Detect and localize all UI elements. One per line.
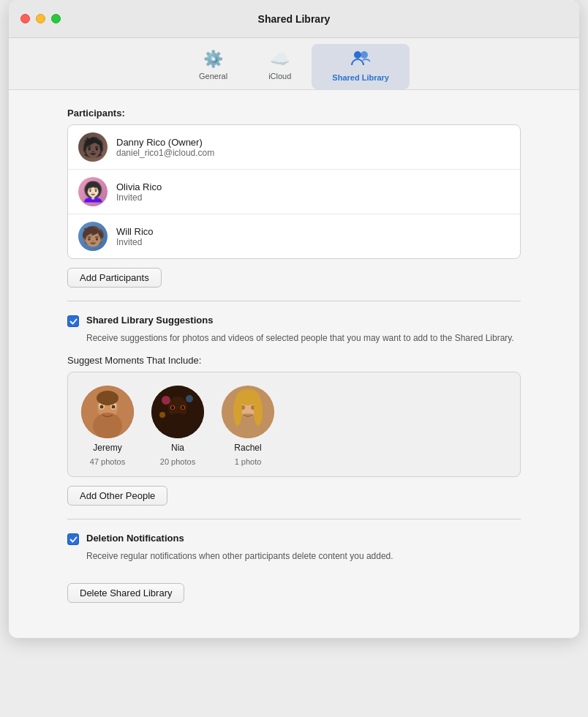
delete-shared-library-button[interactable]: Delete Shared Library [67,583,184,603]
tab-general-label: General [199,72,227,80]
participants-label: Participants: [67,108,521,119]
moment-count-rachel: 1 photo [235,457,262,466]
close-button[interactable] [20,14,30,23]
add-other-people-button[interactable]: Add Other People [67,486,167,506]
svg-point-15 [171,406,174,410]
suggestions-checkbox-row: Shared Library Suggestions [67,315,521,327]
moments-box: Jeremy 47 photos [67,372,521,477]
traffic-lights [20,14,61,23]
participant-name-danny: Danny Rico (Owner) [116,137,214,148]
toolbar: ⚙️ General ☁️ iCloud Shared Library [9,38,579,90]
avatar-jeremy [81,386,134,438]
moment-name-jeremy: Jeremy [93,443,121,453]
window-title: Shared Library [258,13,331,25]
avatar-danny: 🧑🏿 [78,132,108,162]
svg-point-7 [100,405,104,409]
participant-sub-danny: daniel_rico1@icloud.com [116,148,214,158]
divider-1 [67,301,521,301]
suggestions-label: Shared Library Suggestions [86,315,213,326]
svg-point-0 [354,51,361,59]
tab-icloud[interactable]: ☁️ iCloud [248,44,312,89]
suggestions-checkbox[interactable] [67,315,79,327]
participant-info-danny: Danny Rico (Owner) daniel_rico1@icloud.c… [116,137,214,158]
gear-icon: ⚙️ [203,50,223,69]
moment-person-jeremy[interactable]: Jeremy 47 photos [81,386,134,466]
tab-shared-library-label: Shared Library [332,73,389,82]
maximize-button[interactable] [51,14,61,23]
avatar-rachel [222,386,274,438]
deletion-checkbox[interactable] [67,533,79,545]
minimize-button[interactable] [36,14,45,23]
moment-name-rachel: Rachel [234,443,261,453]
participant-sub-olivia: Invited [116,192,162,203]
participant-info-olivia: Olivia Rico Invited [116,181,162,203]
avatar-nia [151,386,204,438]
participant-sub-will: Invited [116,237,154,247]
tab-icloud-label: iCloud [268,72,291,80]
moment-count-nia: 20 photos [160,457,195,466]
participants-list: 🧑🏿 Danny Rico (Owner) daniel_rico1@iclou… [67,124,521,259]
avatar-will: 🧒🏽 [78,222,108,251]
deletion-desc: Receive regular notifications when other… [86,549,521,563]
svg-point-16 [181,406,184,410]
main-window: Shared Library ⚙️ General ☁️ iCloud Shar… [9,0,579,638]
svg-point-18 [186,395,193,402]
participant-row-olivia: 👩🏻‍🦱 Olivia Rico Invited [68,170,520,214]
tab-general[interactable]: ⚙️ General [178,44,248,89]
deletion-label: Deletion Notifications [86,533,184,544]
titlebar: Shared Library [9,0,579,38]
suggest-moments-label: Suggest Moments That Include: [67,355,521,366]
suggestions-desc: Receive suggestions for photos and video… [86,331,521,345]
avatar-olivia: 👩🏻‍🦱 [78,177,108,206]
svg-point-8 [112,405,116,409]
tab-shared-library[interactable]: Shared Library [312,44,410,89]
participant-row-will: 🧒🏽 Will Rico Invited [68,214,520,258]
svg-point-26 [233,397,242,426]
moment-name-nia: Nia [171,443,184,453]
deletion-checkbox-row: Deletion Notifications [67,533,521,545]
svg-point-19 [159,412,165,418]
moment-person-rachel[interactable]: Rachel 1 photo [222,386,274,466]
moment-person-nia[interactable]: Nia 20 photos [151,386,204,466]
participant-info-will: Will Rico Invited [116,226,154,247]
svg-point-17 [162,396,170,405]
svg-point-27 [254,397,263,426]
svg-point-9 [97,391,118,405]
shared-library-icon [351,50,370,70]
participant-name-olivia: Olivia Rico [116,181,162,192]
cloud-icon: ☁️ [270,50,290,69]
svg-point-1 [361,51,368,59]
content-area: Participants: 🧑🏿 Danny Rico (Owner) dani… [9,90,579,638]
add-participants-button[interactable]: Add Participants [67,268,162,288]
divider-2 [67,519,521,519]
moment-count-jeremy: 47 photos [90,457,125,466]
participant-row-danny: 🧑🏿 Danny Rico (Owner) daniel_rico1@iclou… [68,125,520,170]
participant-name-will: Will Rico [116,226,154,237]
